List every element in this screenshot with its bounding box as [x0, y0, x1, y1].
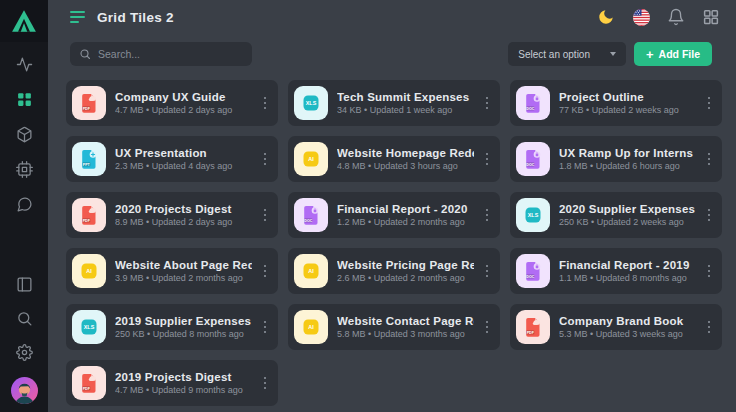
file-tile[interactable]: AI Website Pricing Page Redesign 2.6 MB …: [288, 248, 500, 294]
file-name: Website Pricing Page Redesign: [337, 259, 474, 271]
file-type-icon: PPT: [72, 142, 106, 176]
file-tile[interactable]: DOC Project Outline 77 KB • Updated 2 we…: [510, 80, 722, 126]
file-type-icon: AI: [72, 254, 106, 288]
file-type-icon: AI: [294, 254, 328, 288]
file-meta: 8.9 MB • Updated 2 days ago: [115, 217, 252, 227]
main-area: Grid Tiles 2 Select an option + Add File…: [48, 0, 736, 412]
file-tile-text: Website Contact Page Redesign 5.8 MB • U…: [337, 315, 474, 339]
file-tile[interactable]: DOC Financial Report - 2019 1.1 MB • Upd…: [510, 248, 722, 294]
layout-icon[interactable]: [15, 275, 33, 293]
more-options-icon[interactable]: [483, 317, 492, 338]
file-type-icon: DOC: [294, 198, 328, 232]
file-tile-text: 2019 Supplier Expenses 250 KB • Updated …: [115, 315, 252, 339]
more-options-icon[interactable]: [705, 317, 714, 338]
file-tile-text: Financial Report - 2019 1.1 MB • Updated…: [559, 259, 696, 283]
more-options-icon[interactable]: [483, 149, 492, 170]
add-file-label: Add File: [659, 48, 700, 60]
file-tile-text: 2020 Projects Digest 8.9 MB • Updated 2 …: [115, 203, 252, 227]
sidebar-nav-bottom: [11, 275, 38, 412]
file-name: Website Contact Page Redesign: [337, 315, 474, 327]
file-tile[interactable]: XLS 2019 Supplier Expenses 250 KB • Upda…: [66, 304, 278, 350]
add-file-button[interactable]: + Add File: [634, 42, 712, 66]
flag-us-icon[interactable]: [632, 8, 650, 26]
file-tile[interactable]: AI Website Contact Page Redesign 5.8 MB …: [288, 304, 500, 350]
file-tile[interactable]: PDF 2019 Projects Digest 4.7 MB • Update…: [66, 360, 278, 406]
file-meta: 4.8 MB • Updated 3 hours ago: [337, 161, 474, 171]
svg-text:DOC: DOC: [304, 219, 312, 223]
filter-select[interactable]: Select an option: [508, 42, 626, 66]
file-type-icon: XLS: [72, 310, 106, 344]
file-tile[interactable]: PDF 2020 Projects Digest 8.9 MB • Update…: [66, 192, 278, 238]
file-tile-text: 2020 Supplier Expenses 250 KB • Updated …: [559, 203, 696, 227]
more-options-icon[interactable]: [261, 149, 270, 170]
moon-icon[interactable]: [597, 8, 615, 26]
file-tile-text: Project Outline 77 KB • Updated 2 weeks …: [559, 91, 696, 115]
file-type-icon: AI: [294, 142, 328, 176]
chevron-down-icon: [610, 52, 616, 56]
plus-icon: +: [646, 48, 654, 61]
header-icons: [597, 8, 720, 26]
file-meta: 5.3 MB • Updated 3 weeks ago: [559, 329, 696, 339]
more-options-icon[interactable]: [261, 205, 270, 226]
file-tile-text: UX Ramp Up for Interns 1.8 MB • Updated …: [559, 147, 696, 171]
file-type-icon: DOC: [516, 254, 550, 288]
file-tile[interactable]: DOC UX Ramp Up for Interns 1.8 MB • Upda…: [510, 136, 722, 182]
file-tile[interactable]: XLS Tech Summit Expenses 34 KB • Updated…: [288, 80, 500, 126]
file-tile[interactable]: PDF Company UX Guide 4.7 MB • Updated 2 …: [66, 80, 278, 126]
more-options-icon[interactable]: [261, 261, 270, 282]
file-tile-text: UX Presentation 2.3 MB • Updated 4 days …: [115, 147, 252, 171]
svg-text:PPT: PPT: [83, 163, 91, 167]
file-meta: 77 KB • Updated 2 weeks ago: [559, 105, 696, 115]
file-tile[interactable]: AI Website Homepage Redesign 4.8 MB • Up…: [288, 136, 500, 182]
user-avatar[interactable]: [11, 377, 38, 404]
apps-icon[interactable]: [702, 8, 720, 26]
file-tile-text: Website About Page Redesign 3.9 MB • Upd…: [115, 259, 252, 283]
svg-text:XLS: XLS: [528, 212, 539, 218]
svg-text:AI: AI: [308, 268, 314, 274]
search-input[interactable]: [98, 48, 243, 60]
more-options-icon[interactable]: [483, 261, 492, 282]
grid-icon[interactable]: [15, 90, 33, 108]
svg-text:AI: AI: [308, 156, 314, 162]
svg-text:XLS: XLS: [84, 324, 95, 330]
more-options-icon[interactable]: [705, 93, 714, 114]
file-tile-text: Website Homepage Redesign 4.8 MB • Updat…: [337, 147, 474, 171]
more-options-icon[interactable]: [261, 373, 270, 394]
file-tile[interactable]: PPT UX Presentation 2.3 MB • Updated 4 d…: [66, 136, 278, 182]
more-options-icon[interactable]: [705, 261, 714, 282]
file-name: Tech Summit Expenses: [337, 91, 474, 103]
file-tile[interactable]: AI Website About Page Redesign 3.9 MB • …: [66, 248, 278, 294]
more-options-icon[interactable]: [705, 205, 714, 226]
more-options-icon[interactable]: [261, 317, 270, 338]
settings-icon[interactable]: [15, 343, 33, 361]
bell-icon[interactable]: [667, 8, 685, 26]
activity-icon[interactable]: [15, 55, 33, 73]
file-tile[interactable]: DOC Financial Report - 2020 1.2 MB • Upd…: [288, 192, 500, 238]
search-icon[interactable]: [15, 309, 33, 327]
more-options-icon[interactable]: [705, 149, 714, 170]
file-type-icon: PDF: [72, 86, 106, 120]
cpu-icon[interactable]: [15, 160, 33, 178]
more-options-icon[interactable]: [483, 93, 492, 114]
file-tile[interactable]: PDF Company Brand Book 5.3 MB • Updated …: [510, 304, 722, 350]
app-logo: [0, 0, 48, 42]
more-options-icon[interactable]: [483, 205, 492, 226]
search-icon: [79, 48, 91, 60]
file-name: UX Ramp Up for Interns: [559, 147, 696, 159]
menu-toggle-icon[interactable]: [70, 11, 85, 23]
box-icon[interactable]: [15, 125, 33, 143]
file-grid: PDF Company UX Guide 4.7 MB • Updated 2 …: [48, 78, 736, 406]
file-meta: 4.7 MB • Updated 2 days ago: [115, 105, 252, 115]
file-type-icon: PDF: [516, 310, 550, 344]
file-type-icon: DOC: [516, 142, 550, 176]
file-tile[interactable]: XLS 2020 Supplier Expenses 250 KB • Upda…: [510, 192, 722, 238]
more-options-icon[interactable]: [261, 93, 270, 114]
page-title: Grid Tiles 2: [97, 10, 174, 25]
file-type-icon: AI: [294, 310, 328, 344]
search-box[interactable]: [70, 42, 252, 66]
header: Grid Tiles 2: [48, 0, 736, 34]
file-type-icon: PDF: [72, 198, 106, 232]
chat-icon[interactable]: [15, 195, 33, 213]
svg-text:XLS: XLS: [306, 100, 317, 106]
file-name: Company Brand Book: [559, 315, 696, 327]
